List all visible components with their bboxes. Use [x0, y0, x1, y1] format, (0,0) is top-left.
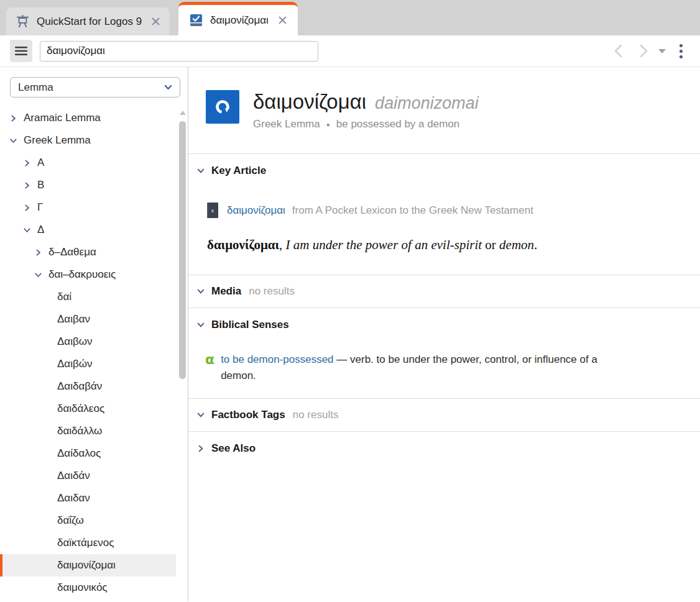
chevron-right-icon[interactable]	[10, 115, 17, 122]
tree-item-label: δαιμονίζομαι	[57, 559, 116, 572]
bullet-separator: ●	[326, 121, 330, 128]
close-tab-icon[interactable]	[152, 17, 160, 25]
entry-gloss: be possessed by a demon	[336, 118, 459, 130]
index-select-label: Lemma	[18, 81, 53, 94]
tree-item[interactable]: δαϊκτάμενος	[0, 532, 176, 554]
chevron-down-icon	[164, 83, 172, 91]
tree-item[interactable]: δαιδάλλω	[0, 420, 176, 442]
tree-item[interactable]: Δαιδάν	[0, 465, 176, 487]
tree-item-label: Aramaic Lemma	[24, 112, 101, 124]
panel-menu-button[interactable]	[10, 40, 32, 62]
reference-input[interactable]	[40, 41, 318, 62]
tab-quickstart[interactable]: QuickStart for Logos 9	[6, 7, 170, 35]
tab-factbook[interactable]: δαιμονίζομαι	[178, 2, 298, 35]
tree-item-label: Δαιδάν	[57, 470, 90, 482]
section-header[interactable]: Biblical Senses	[188, 308, 700, 342]
tree-item-label: δαι–δακρυοεις	[48, 268, 116, 281]
tree-item[interactable]: Aramaic Lemma	[0, 107, 176, 129]
tree-item[interactable]: δαιδάλεος	[0, 398, 176, 420]
tree-item-label: δαιδάλεος	[57, 403, 104, 415]
section-status: no results	[249, 285, 295, 298]
tree-item[interactable]: Δαίδαλος	[0, 442, 176, 465]
lemma-icon	[206, 90, 239, 124]
tree-item-label: Δαιβαν	[57, 313, 90, 326]
tree-item[interactable]: δαΐζω	[0, 509, 176, 532]
chevron-right-icon[interactable]	[35, 249, 42, 256]
chevron-right-icon	[197, 445, 205, 452]
chevron-right-icon[interactable]	[24, 182, 30, 189]
tree-item-label: Δαίδαλος	[57, 447, 101, 460]
tree-item-label: δ–Δαθεμα	[48, 246, 96, 258]
index-select[interactable]: Lemma	[10, 77, 180, 98]
chevron-down-icon[interactable]	[35, 271, 42, 278]
section-factbook-tags: Factbook Tags no results	[188, 399, 700, 431]
sidebar: Lemma Aramaic LemmaGreek LemmaΑΒΓΔδ–Δαθε…	[0, 67, 188, 601]
tree-item[interactable]: Δαιβων	[0, 331, 176, 353]
tree-item-label: Γ	[37, 201, 43, 214]
section-heading: Media	[211, 285, 241, 298]
back-button[interactable]	[612, 43, 625, 58]
book-cover-thumbnail	[207, 203, 218, 218]
key-article-source: from A Pocket Lexicon to the Greek New T…	[292, 204, 533, 217]
presentation-icon	[16, 15, 29, 28]
section-heading: Factbook Tags	[211, 409, 285, 421]
sense-description: to be demon-possessed — verb. to be unde…	[221, 352, 612, 384]
scrollbar-thumb[interactable]	[179, 121, 186, 379]
tree-item-label: Β	[37, 179, 44, 191]
tree-item-label: δαιμονικός	[57, 581, 108, 594]
section-key-article: Key Article δαιμονίζομαι from A Pocket L…	[188, 154, 700, 253]
tab-label: δαιμονίζομαι	[210, 14, 269, 27]
tree-item[interactable]: δαι–δακρυοεις	[0, 263, 176, 286]
tree-item-label: Α	[37, 157, 44, 169]
lexicon-definition: δαιμονίζομαι, I am under the power of an…	[207, 237, 700, 253]
sense-link[interactable]: to be demon-possessed	[221, 353, 333, 365]
chevron-down-icon	[197, 288, 205, 295]
tree-item[interactable]: δαί	[0, 286, 176, 308]
entry-title: δαιμονίζομαι	[253, 90, 366, 113]
tree-item[interactable]: δαιμονικός	[0, 577, 176, 599]
tree-item[interactable]: Α	[0, 152, 176, 174]
key-article-link[interactable]: δαιμονίζομαι	[227, 204, 285, 217]
section-header[interactable]: Factbook Tags no results	[188, 399, 700, 431]
close-tab-icon[interactable]	[279, 16, 287, 24]
panel-options-icon[interactable]	[679, 44, 683, 58]
chevron-down-icon[interactable]	[24, 227, 30, 234]
tree-item[interactable]: δαιμονίζομαι	[0, 554, 176, 577]
entry-header: δαιμονίζομαιdaimonizomai Greek Lemma ● b…	[188, 67, 700, 153]
history-dropdown-icon[interactable]	[658, 49, 666, 53]
chevron-down-icon	[197, 321, 205, 329]
toolbar	[0, 35, 700, 67]
tree-item-label: δαΐζω	[57, 514, 84, 527]
tree-item[interactable]: Δαιδαβάν	[0, 375, 176, 398]
tree-item[interactable]: Δαιβών	[0, 353, 176, 375]
tree-item-label: Δαιδαβάν	[57, 380, 102, 393]
tree-item-label: Δαιδαν	[57, 492, 90, 504]
section-see-also: See Also	[188, 432, 700, 465]
scroll-up-icon[interactable]	[180, 111, 186, 115]
chevron-right-icon[interactable]	[24, 204, 30, 211]
tree-item[interactable]: δ–Δαθεμα	[0, 241, 176, 263]
section-heading: Biblical Senses	[211, 319, 289, 331]
tree-item-label: Δ	[37, 224, 44, 236]
section-biblical-senses: Biblical Senses α to be demon-possessed …	[188, 308, 700, 398]
chevron-down-icon[interactable]	[10, 137, 17, 144]
chevron-right-icon[interactable]	[24, 160, 30, 166]
factbook-icon	[190, 14, 203, 27]
section-header[interactable]: Media no results	[188, 275, 700, 308]
tree-item[interactable]: Γ	[0, 196, 176, 219]
tree-item[interactable]: Δαιδαν	[0, 487, 176, 509]
section-status: no results	[293, 409, 339, 421]
tree-item-label: Greek Lemma	[24, 134, 91, 147]
section-heading: See Also	[211, 442, 256, 455]
tab-bar: QuickStart for Logos 9 δαιμονίζομαι	[0, 0, 700, 35]
tree-item[interactable]: Δαιβαν	[0, 308, 176, 331]
tree-item[interactable]: Β	[0, 174, 176, 196]
section-header[interactable]: See Also	[188, 432, 700, 465]
section-header[interactable]: Key Article	[188, 154, 700, 188]
lemma-tree: Aramaic LemmaGreek LemmaΑΒΓΔδ–Δαθεμαδαι–…	[0, 107, 188, 599]
tree-item[interactable]: Greek Lemma	[0, 129, 176, 152]
forward-button[interactable]	[637, 43, 650, 58]
sidebar-scrollbar[interactable]	[179, 111, 187, 379]
tree-item-label: δαί	[57, 291, 71, 303]
tree-item[interactable]: Δ	[0, 219, 176, 241]
